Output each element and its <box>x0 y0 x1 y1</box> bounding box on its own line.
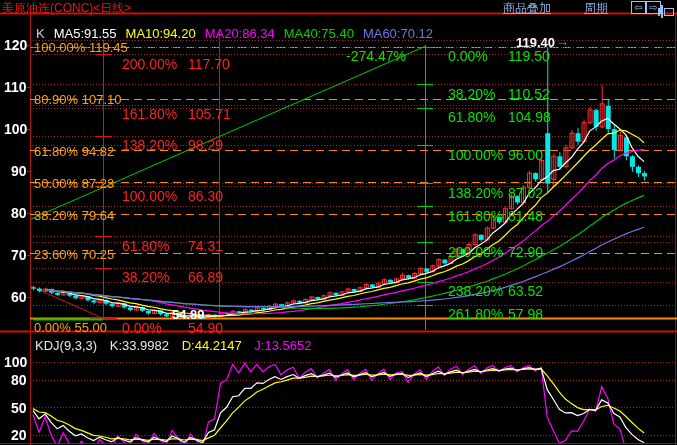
price-axis-tick: 80 <box>11 206 27 220</box>
candle-series-label: K <box>36 26 45 41</box>
fib-red-value-label: 54.90 <box>188 321 223 335</box>
window-split-icon[interactable] <box>661 5 663 18</box>
price-axis-tick: 90 <box>11 164 27 178</box>
price-axis-tick: 120 <box>4 38 27 52</box>
kdj-axis-tick: 50 <box>11 401 27 415</box>
fib-green-value-label: 96.00 <box>508 148 543 162</box>
header-bar: 美原油连(CONC)<日线> 商品叠加 周期 ⇦ ⇨ <box>0 0 677 13</box>
fib-red-pct-label: 138.20% <box>122 138 177 152</box>
high-price-arrow-icon: → <box>556 35 569 48</box>
fib-red-pct-label: 38.20% <box>122 270 169 284</box>
kdj-j-value: J:13.5652 <box>254 338 311 353</box>
fib-green-pct-label: 200.00% <box>448 245 503 259</box>
price-axis-tick: 110 <box>4 80 27 94</box>
fib-green-pct-label: 61.80% <box>448 110 495 124</box>
kdj-axis-tick: 20 <box>11 428 27 442</box>
kdj-title: KDJ(9,3,3) <box>35 338 97 353</box>
fib-red-pct-label: 200.00% <box>122 57 177 71</box>
fib-green-value-label: 63.52 <box>508 284 543 298</box>
prev-arrow-icon[interactable]: ⇦ <box>631 1 646 14</box>
fib-red-value-label: 98.29 <box>188 138 223 152</box>
fib-orange-label: 80.90% 107.10 <box>34 93 121 106</box>
fib-orange-label: 100.00% 119.45 <box>34 41 128 54</box>
fib-red-value-label: 105.71 <box>188 107 231 121</box>
price-chart-canvas[interactable] <box>0 0 677 445</box>
fib-orange-label: 61.80% 94.82 <box>34 145 114 158</box>
price-axis-tick: 60 <box>11 290 27 304</box>
fib-green-value-label: 110.52 <box>508 87 550 101</box>
fib-green-pct-label: 0.00% <box>448 49 488 63</box>
fib-red-value-label: 86.30 <box>188 189 223 203</box>
chart-app-window: 美原油连(CONC)<日线> 商品叠加 周期 ⇦ ⇨ KMA5:91.55MA1… <box>0 0 677 445</box>
ma-value-label: MA5:91.55 <box>54 26 117 41</box>
high-price-label: 119.40 <box>516 36 555 49</box>
fib-orange-label: 0.00% 55.00 <box>34 321 107 334</box>
fib-green-value-label: 57.98 <box>508 307 543 321</box>
window-split-glyph-bar <box>658 8 660 16</box>
fib-green-pct-label: 138.20% <box>448 186 503 200</box>
price-axis-tick: 70 <box>11 248 27 262</box>
kdj-d-value: D:44.2147 <box>182 338 242 353</box>
fib-green-value-label: 81.48 <box>508 209 543 223</box>
fib-red-pct-label: 61.80% <box>122 239 169 253</box>
kdj-values-row: KDJ(9,3,3) K:33.9982 D:44.2147 J:13.5652 <box>35 338 320 353</box>
kdj-axis-tick: 80 <box>11 373 27 387</box>
fib-orange-label: 23.60% 70.25 <box>34 248 114 261</box>
ma-value-label: MA10:94.20 <box>126 26 196 41</box>
fib-extension-label: -274.47% <box>346 49 406 63</box>
fib-red-pct-label: 161.80% <box>122 107 177 121</box>
ma-value-label: MA40:75.40 <box>284 26 354 41</box>
fib-red-value-label: 117.70 <box>188 57 230 71</box>
ma-value-label: MA20:86.34 <box>205 26 275 41</box>
fib-orange-label: 38.20% 79.64 <box>34 209 114 222</box>
fib-red-value-label: 66.89 <box>188 270 223 284</box>
fib-red-pct-label: 100.00% <box>122 189 177 203</box>
fib-green-pct-label: 161.80% <box>448 209 503 223</box>
fib-orange-label: 50.00% 87.23 <box>34 177 114 190</box>
fib-red-pct-label: 0.00% <box>122 321 162 335</box>
fib-green-pct-label: 261.80% <box>448 307 503 321</box>
fib-red-value-label: 74.31 <box>188 239 223 253</box>
fib-green-pct-label: 38.20% <box>448 87 495 101</box>
fib-green-value-label: 87.02 <box>508 186 543 200</box>
ma-value-label: MA60:70.12 <box>363 26 433 41</box>
fib-green-pct-label: 238.20% <box>448 284 503 298</box>
kdj-k-value: K:33.9982 <box>110 338 169 353</box>
price-axis-tick: 100 <box>4 122 27 136</box>
period-link[interactable]: 周期 <box>584 0 608 17</box>
ma-values-row: KMA5:91.55MA10:94.20MA20:86.34MA40:75.40… <box>36 26 442 41</box>
instrument-title: 美原油连(CONC)<日线> <box>2 0 131 17</box>
overlay-link[interactable]: 商品叠加 <box>503 0 551 17</box>
fib-green-pct-label: 100.00% <box>448 148 503 162</box>
fib-green-value-label: 119.50 <box>508 49 550 63</box>
fib-green-value-label: 104.98 <box>508 110 551 124</box>
window-split-glyph <box>664 8 674 16</box>
fib-green-value-label: 72.90 <box>508 245 543 259</box>
kdj-axis-tick: 100 <box>4 355 27 369</box>
low-price-label: 54.89 <box>172 308 205 321</box>
